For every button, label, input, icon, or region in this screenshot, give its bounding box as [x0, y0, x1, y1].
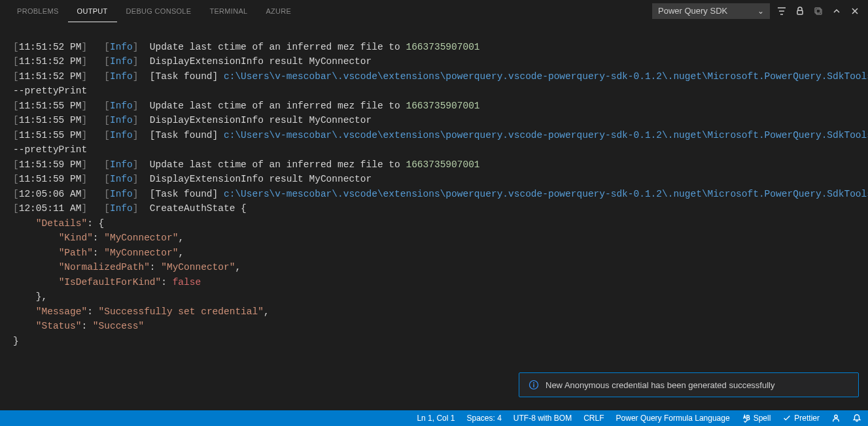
- check-icon: [782, 414, 791, 423]
- status-language[interactable]: Power Query Formula Language: [616, 414, 730, 423]
- status-lncol[interactable]: Ln 1, Col 1: [417, 414, 455, 423]
- log-line: [11:51:55 PM] [Info] DisplayExtensionInf…: [13, 115, 372, 125]
- status-encoding[interactable]: UTF-8 with BOM: [513, 414, 572, 423]
- lock-icon[interactable]: [793, 5, 807, 18]
- svg-point-4: [533, 382, 534, 384]
- status-bar: Ln 1, Col 1 Spaces: 4 UTF-8 with BOM CRL…: [0, 410, 868, 426]
- notification-toast[interactable]: New Anonymous credential has been genera…: [519, 372, 859, 397]
- chevron-up-icon[interactable]: [830, 5, 843, 18]
- info-icon: [529, 380, 539, 390]
- svg-rect-0: [797, 10, 803, 14]
- log-line: [11:51:55 PM] [Info] [Task found] c:\Use…: [13, 130, 868, 156]
- tab-debug-console[interactable]: DEBUG CONSOLE: [117, 0, 201, 22]
- status-spaces[interactable]: Spaces: 4: [466, 414, 501, 423]
- tab-terminal[interactable]: TERMINAL: [200, 0, 256, 22]
- bell-icon: [852, 414, 861, 423]
- svg-point-6: [835, 415, 837, 418]
- output-channel-label: Power Query SDK: [658, 6, 727, 16]
- log-line: [11:51:59 PM] [Info] DisplayExtensionInf…: [13, 174, 372, 184]
- output-channel-select[interactable]: Power Query SDK ⌄: [652, 3, 770, 19]
- log-line: [11:51:52 PM] [Info] DisplayExtensionInf…: [13, 56, 372, 67]
- svg-rect-5: [533, 384, 534, 387]
- log-line: [12:05:11 AM] [Info] CreateAuthState { "…: [13, 203, 269, 346]
- panel-tabs: PROBLEMS OUTPUT DEBUG CONSOLE TERMINAL A…: [0, 0, 868, 22]
- spellcheck-icon: [742, 414, 751, 423]
- tab-azure[interactable]: AZURE: [256, 0, 300, 22]
- log-line: [11:51:59 PM] [Info] Update last ctime o…: [13, 159, 480, 170]
- status-prettier[interactable]: Prettier: [782, 414, 820, 423]
- tab-output[interactable]: OUTPUT: [68, 0, 117, 22]
- log-line: [11:51:52 PM] [Info] Update last ctime o…: [13, 42, 480, 52]
- status-bell-icon[interactable]: [852, 414, 861, 423]
- svg-rect-1: [816, 9, 822, 14]
- status-spell[interactable]: Spell: [742, 414, 771, 423]
- log-line: [12:05:06 AM] [Info] [Task found] c:\Use…: [13, 189, 868, 199]
- toast-message: New Anonymous credential has been genera…: [546, 380, 775, 390]
- tab-problems[interactable]: PROBLEMS: [8, 0, 68, 22]
- log-line: [11:51:52 PM] [Info] [Task found] c:\Use…: [13, 71, 868, 97]
- status-eol[interactable]: CRLF: [583, 414, 604, 423]
- svg-rect-2: [815, 8, 820, 13]
- output-body[interactable]: [11:51:52 PM] [Info] Update last ctime o…: [0, 22, 868, 355]
- person-icon: [831, 414, 841, 423]
- panel-actions: Power Query SDK ⌄: [652, 3, 868, 19]
- filter-icon[interactable]: [775, 5, 788, 18]
- close-icon[interactable]: [848, 5, 861, 18]
- copy-icon[interactable]: [812, 5, 825, 18]
- status-feedback-icon[interactable]: [831, 414, 841, 423]
- log-line: [11:51:55 PM] [Info] Update last ctime o…: [13, 101, 480, 111]
- chevron-down-icon: ⌄: [757, 7, 764, 16]
